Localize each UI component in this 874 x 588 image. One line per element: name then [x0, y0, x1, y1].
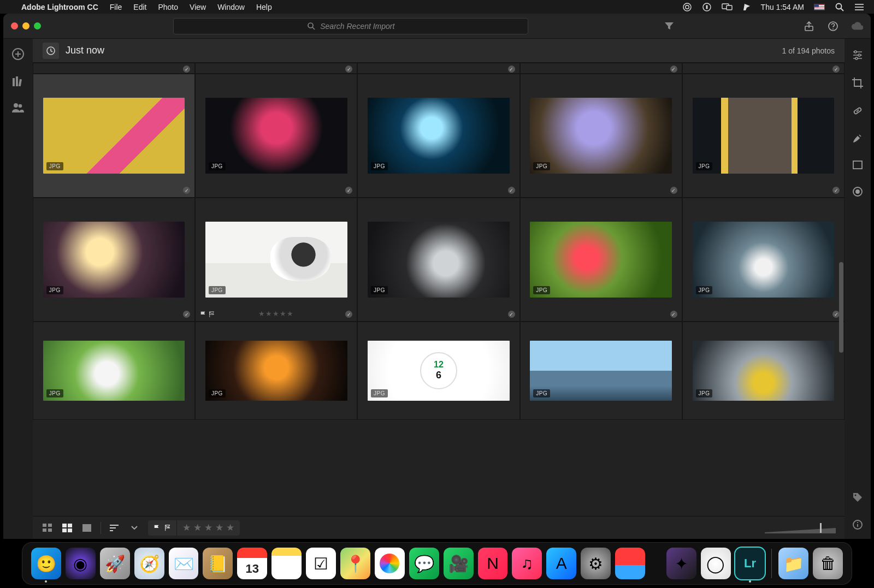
dock-messages-icon[interactable]: 💬 — [409, 548, 439, 579]
dock-music-icon[interactable]: ♫ — [512, 548, 542, 579]
dock-magnet-icon[interactable] — [615, 548, 645, 579]
add-photos-button[interactable] — [11, 47, 25, 61]
photo-thumbnail[interactable]: JPG — [43, 222, 185, 298]
dock-news-icon[interactable]: N — [478, 548, 508, 579]
photo-cell-cut[interactable] — [195, 63, 357, 74]
menu-file[interactable]: File — [110, 3, 122, 11]
menubar-clock[interactable]: Thu 1:54 AM — [761, 3, 804, 11]
cloud-sync-button[interactable] — [851, 20, 863, 32]
edit-panel-button[interactable] — [852, 50, 864, 61]
crop-button[interactable] — [852, 77, 864, 89]
menu-view[interactable]: View — [190, 3, 206, 11]
star-4[interactable]: ★ — [215, 522, 223, 533]
displays-icon[interactable] — [722, 3, 733, 11]
slider-handle[interactable] — [820, 523, 822, 533]
search-input[interactable]: Search Recent Import — [173, 18, 528, 34]
photo-thumbnail[interactable]: JPG — [693, 98, 835, 174]
menu-edit[interactable]: Edit — [133, 3, 146, 11]
menu-help[interactable]: Help — [256, 3, 272, 11]
flag-segment[interactable] — [148, 520, 176, 536]
keywords-button[interactable] — [852, 492, 863, 503]
star-3[interactable]: ★ — [204, 522, 212, 533]
photo-thumbnail[interactable]: JPG — [530, 222, 672, 298]
brush-button[interactable] — [852, 133, 863, 144]
app-name[interactable]: Adobe Lightroom CC — [21, 3, 98, 11]
photo-cell[interactable]: JPG — [520, 322, 682, 420]
photo-cell[interactable]: JPG — [520, 198, 682, 322]
thumbnail-size-slider[interactable] — [765, 527, 836, 529]
grid-scrollbar[interactable] — [839, 63, 843, 516]
photo-thumbnail[interactable]: JPG — [368, 98, 510, 174]
dock-1password-icon[interactable]: ◯ — [701, 548, 731, 579]
photo-cell[interactable]: JPG — [682, 74, 845, 198]
rating-segment[interactable]: ★ ★ ★ ★ ★ — [177, 520, 240, 536]
photo-cell[interactable]: JPG★★★★★ — [195, 198, 357, 322]
photo-thumbnail[interactable]: JPG — [43, 98, 185, 174]
photo-cell[interactable]: JPG — [195, 74, 357, 198]
photo-thumbnail[interactable]: JPG — [368, 222, 510, 298]
menu-photo[interactable]: Photo — [158, 3, 178, 11]
star-1[interactable]: ★ — [182, 522, 191, 533]
photo-cell[interactable]: JPG — [682, 198, 845, 322]
scrollbar-thumb[interactable] — [839, 262, 843, 353]
dock-appstore-icon[interactable]: A — [546, 548, 576, 579]
photo-thumbnail[interactable]: JPG — [530, 341, 672, 401]
photo-cell[interactable]: JPG — [357, 74, 519, 198]
my-photos-button[interactable] — [12, 76, 24, 87]
photo-cell[interactable]: JPG — [33, 198, 195, 322]
photo-thumbnail[interactable]: JPG — [205, 98, 347, 174]
photo-cell[interactable]: JPG — [33, 74, 195, 198]
photo-thumbnail[interactable]: JPG — [530, 98, 672, 174]
dock-folder-icon[interactable]: 📁 — [778, 548, 808, 579]
photo-thumbnail[interactable]: JPG — [205, 341, 347, 401]
dock-photos-icon[interactable] — [375, 548, 405, 579]
detail-view-button[interactable] — [81, 523, 93, 533]
sort-dropdown[interactable] — [128, 523, 140, 533]
photo-cell[interactable]: JPG — [682, 322, 845, 420]
star-2[interactable]: ★ — [193, 522, 202, 533]
dock-lightroom-icon[interactable]: Lr — [735, 548, 765, 579]
photo-thumbnail[interactable]: JPG — [693, 222, 835, 298]
photo-thumbnail[interactable]: JPG — [43, 341, 185, 401]
minimize-window-button[interactable] — [22, 22, 29, 29]
spotlight-icon[interactable] — [835, 2, 845, 12]
dock-trash-icon[interactable]: 🗑 — [813, 548, 843, 579]
notification-icon[interactable] — [742, 3, 751, 11]
grid-photo-view-button[interactable] — [61, 523, 73, 533]
help-button[interactable] — [827, 20, 839, 32]
dock-notes-icon[interactable] — [271, 548, 302, 579]
sort-button[interactable] — [109, 523, 121, 533]
star-5[interactable]: ★ — [226, 522, 234, 533]
cc-status-icon[interactable] — [682, 2, 692, 12]
dock-safari-icon[interactable]: 🧭 — [134, 548, 164, 579]
dock-settings-icon[interactable]: ⚙︎ — [581, 548, 611, 579]
dock-imovie-icon[interactable]: ✦ — [666, 548, 696, 579]
info-button[interactable] — [852, 519, 863, 539]
dock-calendar-icon[interactable]: 13 — [237, 548, 267, 579]
photo-cell[interactable]: JPG — [195, 322, 357, 420]
filter-button[interactable] — [663, 20, 675, 32]
input-source-flag-icon[interactable] — [814, 4, 825, 10]
dock-maps-icon[interactable]: 📍 — [340, 548, 370, 579]
grid-square-view-button[interactable] — [42, 523, 54, 533]
photo-cell-cut[interactable] — [682, 63, 845, 74]
photo-cell-cut[interactable] — [33, 63, 195, 74]
dock-siri-icon[interactable]: ◉ — [66, 548, 96, 579]
radial-gradient-button[interactable] — [852, 186, 863, 197]
photo-cell-cut[interactable] — [520, 63, 682, 74]
photo-cell[interactable]: JPG — [33, 322, 195, 420]
dock-reminders-icon[interactable]: ☑︎ — [306, 548, 336, 579]
control-center-icon[interactable] — [854, 3, 864, 11]
zoom-window-button[interactable] — [34, 22, 41, 29]
photo-thumbnail[interactable]: JPG — [693, 341, 835, 401]
dock-launchpad-icon[interactable]: 🚀 — [100, 548, 130, 579]
linear-gradient-button[interactable] — [852, 160, 863, 170]
dock-facetime-icon[interactable]: 🎥 — [444, 548, 474, 579]
sync-status-icon[interactable] — [702, 2, 712, 12]
photo-cell[interactable]: 126JPG — [357, 322, 519, 420]
photo-cell[interactable]: JPG — [357, 198, 519, 322]
dock-mail-icon[interactable]: ✉️ — [169, 548, 199, 579]
share-button[interactable] — [803, 20, 815, 32]
dock-finder-icon[interactable]: 🙂 — [31, 548, 61, 579]
photo-cell[interactable]: JPG — [520, 74, 682, 198]
